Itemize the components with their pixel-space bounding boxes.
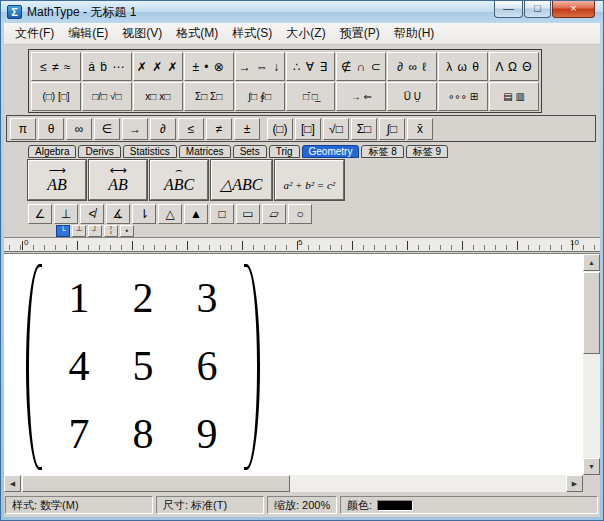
- overscript-arc-icon: ⌢: [175, 166, 183, 176]
- symbol-palette-button-1[interactable]: ȧ ḃ ⋯: [82, 52, 132, 81]
- template-triangle-abc[interactable]: △ABC: [211, 160, 272, 200]
- menu-item-7[interactable]: 帮助(H): [387, 23, 442, 44]
- matrix-cell: 1: [69, 274, 90, 322]
- scroll-up-icon[interactable]: ▲: [583, 254, 600, 271]
- menu-item-3[interactable]: 格式(M): [169, 23, 225, 44]
- small-symbol-button-7[interactable]: ≠: [206, 118, 232, 140]
- tabstop-button-4[interactable]: ▪: [120, 225, 134, 237]
- template-line-ab[interactable]: ⟷ AB: [89, 160, 147, 200]
- tab-derivs[interactable]: Derivs: [78, 145, 120, 158]
- geometry-symbol-button-0[interactable]: ∠: [28, 204, 52, 224]
- tab-geometry[interactable]: Geometry: [302, 145, 360, 158]
- menu-item-6[interactable]: 预置(P): [333, 23, 387, 44]
- symbol-palette-button-5[interactable]: ∴ ∀ ∃: [286, 52, 336, 81]
- geometry-symbol-button-4[interactable]: ⇂: [132, 204, 156, 224]
- symbol-palette-button-0[interactable]: ≤ ≠ ≈: [31, 52, 81, 81]
- geometry-symbols-bar: ∠⊥≮∡⇂△▲□▭▱○: [28, 204, 312, 224]
- equation-edit-area[interactable]: 1 2 3 4 5 6 7 8 9 ▲ ▼ ◀: [4, 253, 600, 492]
- symbol-palette-button-4[interactable]: → ⇔ ↓: [235, 52, 285, 81]
- tab-algebra[interactable]: Algebra: [28, 145, 76, 158]
- close-button[interactable]: ×: [552, 1, 595, 18]
- tab-sets[interactable]: Sets: [233, 145, 267, 158]
- tab-tab-9[interactable]: 标签 9: [406, 145, 448, 158]
- window-title: MathType - 无标题 1: [27, 4, 136, 21]
- small-symbol-button-2[interactable]: ∞: [66, 118, 92, 140]
- template-palette-button-4[interactable]: ∫□ ∮□: [235, 82, 285, 111]
- tab-matrices[interactable]: Matrices: [179, 145, 231, 158]
- tabstop-button-0[interactable]: └: [56, 225, 70, 237]
- tabstop-button-2[interactable]: ┘: [88, 225, 102, 237]
- geometry-symbol-button-1[interactable]: ⊥: [54, 204, 78, 224]
- geometry-symbol-button-5[interactable]: △: [158, 204, 182, 224]
- small-symbol-button-8[interactable]: ±: [234, 118, 260, 140]
- ruler-label-5: 5: [298, 238, 302, 247]
- menu-item-1[interactable]: 编辑(E): [61, 23, 115, 44]
- overscript-double-arrow-icon: ⟷: [109, 166, 126, 176]
- vertical-scrollbar[interactable]: ▲ ▼: [583, 254, 600, 475]
- geometry-symbol-button-7[interactable]: □: [210, 204, 234, 224]
- small-symbol-button-13[interactable]: ∫□: [379, 118, 405, 140]
- symbol-palette-button-7[interactable]: ∂ ∞ ℓ: [387, 52, 437, 81]
- template-palette-button-7[interactable]: Ü Ṳ: [387, 82, 437, 111]
- menu-item-0[interactable]: 文件(F): [8, 23, 61, 44]
- horizontal-scroll-thumb[interactable]: [22, 475, 290, 492]
- template-palette-button-1[interactable]: □/□ √□: [82, 82, 132, 111]
- template-palette-button-2[interactable]: x□ x□: [133, 82, 183, 111]
- scroll-down-icon[interactable]: ▼: [583, 458, 600, 475]
- template-base-text: AB: [108, 176, 128, 194]
- tabstop-button-1[interactable]: ┴: [72, 225, 86, 237]
- geometry-symbol-button-2[interactable]: ≮: [80, 204, 104, 224]
- scroll-left-icon[interactable]: ◀: [4, 475, 21, 492]
- small-symbol-button-12[interactable]: Σ□: [351, 118, 377, 140]
- symbol-palette-button-8[interactable]: λ ω θ: [438, 52, 488, 81]
- status-zoom: 缩放: 200%: [267, 496, 337, 514]
- small-symbol-button-10[interactable]: [□]: [295, 118, 321, 140]
- template-pythagorean[interactable]: a² + b² = c²: [275, 160, 345, 200]
- template-palette-button-8[interactable]: ∘∘∘ ⊞: [438, 82, 488, 111]
- template-palette-button-9[interactable]: ▤ ▥: [489, 82, 539, 111]
- template-palette-button-6[interactable]: → ⇐: [336, 82, 386, 111]
- app-icon: Σ: [7, 5, 22, 19]
- geometry-symbol-button-8[interactable]: ▭: [236, 204, 260, 224]
- symbol-palette-button-6[interactable]: ∉ ∩ ⊂: [336, 52, 386, 81]
- small-symbol-button-11[interactable]: √□: [323, 118, 349, 140]
- small-symbol-button-0[interactable]: π: [10, 118, 36, 140]
- menu-item-5[interactable]: 大小(Z): [279, 23, 332, 44]
- template-arc-abc[interactable]: ⌢ ABC: [150, 160, 208, 200]
- scroll-right-icon[interactable]: ▶: [566, 475, 583, 492]
- geometry-symbol-button-6[interactable]: ▲: [184, 204, 208, 224]
- small-symbol-button-3[interactable]: ∈: [94, 118, 120, 140]
- geometry-symbol-button-9[interactable]: ▱: [262, 204, 286, 224]
- tab-tab-8[interactable]: 标签 8: [361, 145, 403, 158]
- symbol-palette-button-9[interactable]: Λ Ω Θ: [489, 52, 539, 81]
- small-symbol-button-9[interactable]: (□): [267, 118, 293, 140]
- horizontal-scrollbar[interactable]: ◀ ▶: [4, 475, 583, 492]
- small-symbol-button-4[interactable]: →: [122, 118, 148, 140]
- symbol-palette-button-2[interactable]: ✗ ✗ ✗: [133, 52, 183, 81]
- palette-row-templates: (□) [□]□/□ √□x□ x□Σ□ Σ□∫□ ∮□□̄ □̲→ ⇐Ü Ṳ∘…: [31, 82, 539, 111]
- symbol-palette-button-3[interactable]: ± • ⊗: [184, 52, 234, 81]
- small-symbol-button-5[interactable]: ∂: [150, 118, 176, 140]
- menu-item-4[interactable]: 样式(S): [225, 23, 279, 44]
- minimize-button[interactable]: —: [494, 1, 523, 18]
- menu-item-2[interactable]: 视图(V): [115, 23, 169, 44]
- geometry-symbol-button-3[interactable]: ∡: [106, 204, 130, 224]
- ruler[interactable]: 0 5 10: [4, 237, 600, 252]
- template-ray-ab[interactable]: ⟶ AB: [28, 160, 86, 200]
- template-palette-button-3[interactable]: Σ□ Σ□: [184, 82, 234, 111]
- tabstop-button-3[interactable]: ╎: [104, 225, 118, 237]
- maximize-button[interactable]: □: [524, 1, 551, 18]
- status-style: 样式: 数学(M): [5, 496, 153, 514]
- vertical-scroll-thumb[interactable]: [583, 272, 600, 354]
- template-palette-button-0[interactable]: (□) [□]: [31, 82, 81, 111]
- matrix-cell: 8: [133, 410, 154, 458]
- scrollbar-corner: [583, 475, 600, 492]
- tab-trig[interactable]: Trig: [269, 145, 300, 158]
- geometry-symbol-button-10[interactable]: ○: [288, 204, 312, 224]
- small-symbol-button-6[interactable]: ≤: [178, 118, 204, 140]
- tab-statistics[interactable]: Statistics: [123, 145, 177, 158]
- matrix-cells: 1 2 3 4 5 6 7 8 9: [42, 264, 244, 470]
- small-symbol-button-1[interactable]: θ: [38, 118, 64, 140]
- small-symbol-button-14[interactable]: x̄: [407, 118, 433, 140]
- template-palette-button-5[interactable]: □̄ □̲: [286, 82, 336, 111]
